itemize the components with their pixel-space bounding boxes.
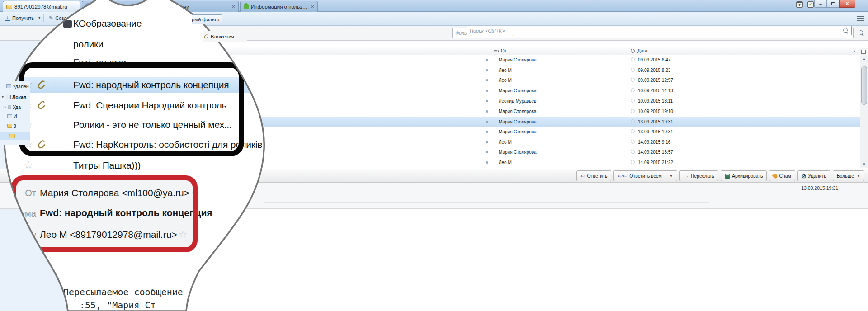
dropdown-icon: ▼ — [857, 174, 860, 178]
folder-item[interactable] — [0, 132, 30, 140]
scrollbar-thumb[interactable] — [861, 66, 867, 105]
folder-item[interactable]: ▼Локал — [0, 93, 30, 101]
split-dropdown[interactable]: ▼ — [666, 172, 673, 179]
clock-icon — [631, 78, 635, 82]
get-mail-button[interactable]: ↓ Получить — [2, 14, 37, 22]
folder-item[interactable]: 8 — [0, 122, 30, 130]
message-date: 13.09.2015 19:31 — [801, 185, 838, 191]
action-label: Ответить всем — [629, 173, 662, 179]
folder-open-icon — [9, 134, 15, 138]
tab-close-icon[interactable]: × — [311, 4, 314, 9]
twisty-closed-icon[interactable]: ▷ — [4, 105, 6, 109]
clock-icon — [631, 140, 635, 144]
app-menu-button[interactable] — [855, 15, 866, 23]
tab-close-icon[interactable]: × — [231, 4, 235, 9]
scroll-up-icon[interactable]: ▲ — [860, 57, 868, 61]
action-button[interactable]: ↩↩Ответить всем▼ — [613, 170, 677, 181]
magnified-subject[interactable]: Титры Пашка))) — [73, 160, 141, 171]
action-label: Спам — [779, 173, 791, 179]
message-from: Мария Столярова — [499, 129, 537, 134]
black-annotation-rectangle — [19, 62, 244, 156]
unread-dot-icon — [486, 141, 488, 143]
clock-icon — [631, 88, 635, 92]
maximize-icon — [831, 2, 835, 5]
get-mail-dropdown-icon[interactable]: ▼ — [38, 16, 41, 20]
tab-inactive[interactable]: Информация о пользова...× — [240, 1, 318, 12]
search-input[interactable] — [470, 27, 836, 34]
tab-label: 89179012978@mail.ru — [14, 4, 77, 9]
computer-icon — [6, 95, 11, 99]
unread-dot-icon — [486, 151, 488, 153]
calendar-icon[interactable]: 7 — [796, 1, 803, 8]
unread-dot-icon — [486, 90, 488, 92]
message-date: 10.09.2015 19:10 — [638, 109, 673, 114]
folder-item[interactable]: Удален — [0, 82, 30, 90]
minimize-button[interactable]: – — [814, 0, 827, 8]
message-from: Мария Столярова — [499, 88, 537, 93]
message-list-scrollbar[interactable]: ▲ ▼ — [860, 55, 868, 168]
message-date: 13.09.2015 19:31 — [638, 119, 673, 124]
folder-icon — [7, 124, 12, 128]
sort-direction-icon[interactable]: ▲ — [853, 49, 856, 53]
close-button[interactable]: × — [839, 0, 855, 8]
folder-item[interactable]: И — [0, 112, 30, 120]
message-from: Лео М — [499, 68, 512, 73]
folder-label: Локал — [12, 94, 27, 100]
column-from[interactable]: От — [501, 48, 506, 53]
message-from: Лео М — [499, 140, 512, 145]
clock-icon — [631, 119, 635, 123]
forward-icon: → — [684, 173, 689, 179]
window-controls: – × — [814, 0, 855, 8]
magnified-subject[interactable]: КОобразование — [73, 18, 142, 29]
forwarded-message-line: Пересылаемое сообщение — [63, 287, 183, 297]
message-date: 14.09.2015 9:16 — [638, 140, 670, 145]
message-from: Мария Столярова — [499, 57, 537, 62]
scroll-down-icon[interactable]: ▼ — [860, 162, 868, 166]
unread-dot-icon — [486, 121, 488, 123]
action-button[interactable]: ↩Ответить — [576, 170, 612, 181]
delete-icon: ⊘ — [802, 173, 807, 179]
unread-dot-icon — [486, 161, 488, 164]
maximize-button[interactable] — [827, 0, 839, 8]
star-icon[interactable]: ☆ — [24, 159, 33, 171]
clock-icon — [631, 57, 635, 61]
quick-filter-toggle-patch: Быстрый фильтр — [192, 14, 222, 25]
action-button[interactable]: Больше▼ — [833, 170, 864, 181]
magnified-subject[interactable]: ролики — [73, 39, 104, 50]
tab-active[interactable]: 89179012978@mail.ru — [3, 1, 80, 12]
get-mail-icon: ↓ — [5, 15, 10, 21]
action-button[interactable]: →Переслать — [679, 170, 718, 181]
action-button[interactable]: Спам — [769, 170, 795, 181]
attachments-filter[interactable]: Вложения — [203, 31, 247, 42]
unread-dot-icon — [486, 69, 488, 71]
column-picker-icon — [861, 50, 866, 54]
message-buttons: ↩Ответить↩↩Ответить всем▼→ПереслатьАрхив… — [576, 170, 864, 181]
message-from: Мария Столярова — [499, 109, 537, 114]
action-button[interactable]: ⊘Удалить — [797, 170, 830, 181]
message-date: 09.09.2015 6:47 — [638, 57, 670, 62]
compose-icon: ✎ — [49, 15, 53, 21]
unread-dot-icon — [486, 100, 488, 102]
message-date: 09.09.2015 12:57 — [638, 78, 673, 83]
action-label: Переслать — [691, 173, 714, 179]
message-date: 10.09.2015 14:13 — [638, 88, 673, 93]
message-date: 10.09.2015 18:11 — [638, 99, 673, 104]
trash-icon — [8, 105, 11, 109]
folder-label: Удален — [13, 84, 29, 89]
global-search — [467, 26, 852, 35]
clock-icon — [631, 99, 635, 103]
puzzle-green-icon — [244, 4, 249, 9]
message-from: Лео М — [499, 78, 512, 83]
clock-icon — [631, 160, 635, 164]
tasks-check-icon[interactable]: ✔ — [807, 1, 814, 8]
twisty-open-icon[interactable]: ▼ — [1, 95, 5, 99]
search-icon[interactable] — [843, 28, 849, 34]
message-from: Мария Столярова — [499, 119, 537, 124]
quick-filter-toggle-button[interactable]: Быстрый фильтр — [192, 14, 222, 24]
folder-item[interactable]: ▷Уда — [0, 103, 30, 111]
column-date[interactable]: Дата — [637, 48, 647, 53]
action-button[interactable]: Архивировать — [721, 170, 767, 181]
clock-icon — [631, 150, 635, 154]
thunderbird-window: 89179012978@mail.ru Управление дополнени… — [0, 0, 868, 311]
paperclip-icon — [203, 34, 209, 39]
